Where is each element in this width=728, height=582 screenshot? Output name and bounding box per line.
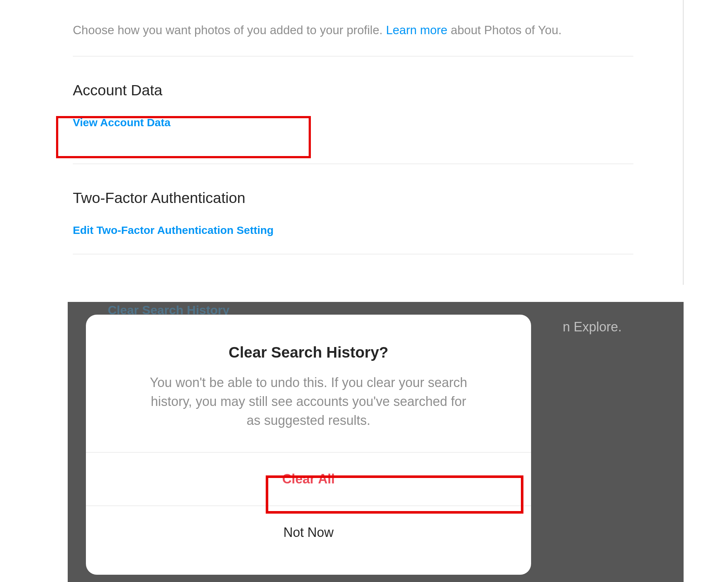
panel-right-border [683, 0, 684, 285]
section-divider [73, 56, 633, 56]
photos-of-you-description: Choose how you want photos of you added … [73, 22, 633, 39]
panel-left-edge [39, 302, 68, 582]
photos-desc-suffix: about Photos of You. [447, 23, 562, 37]
settings-content: Choose how you want photos of you added … [73, 0, 633, 254]
section-divider [73, 164, 633, 164]
settings-panel-top: Choose how you want photos of you added … [0, 0, 728, 302]
modal-content: Clear Search History? You won't be able … [86, 315, 531, 452]
settings-panel-bottom-overlay: Clear Search History n Explore. Clear Se… [39, 302, 684, 582]
modal-body-text: You won't be able to undo this. If you c… [145, 373, 472, 430]
section-divider [73, 254, 633, 254]
two-factor-heading: Two-Factor Authentication [73, 190, 633, 207]
clear-all-button[interactable]: Clear All [86, 452, 531, 506]
photos-desc-prefix: Choose how you want photos of you added … [73, 23, 386, 37]
account-data-heading: Account Data [73, 82, 633, 99]
view-account-data-link[interactable]: View Account Data [73, 116, 170, 129]
explore-text-fragment: n Explore. [563, 319, 622, 335]
clear-search-history-modal: Clear Search History? You won't be able … [86, 315, 531, 575]
learn-more-link[interactable]: Learn more [386, 23, 447, 37]
not-now-button[interactable]: Not Now [86, 506, 531, 559]
modal-title: Clear Search History? [111, 344, 506, 361]
edit-two-factor-link[interactable]: Edit Two-Factor Authentication Setting [73, 224, 274, 236]
